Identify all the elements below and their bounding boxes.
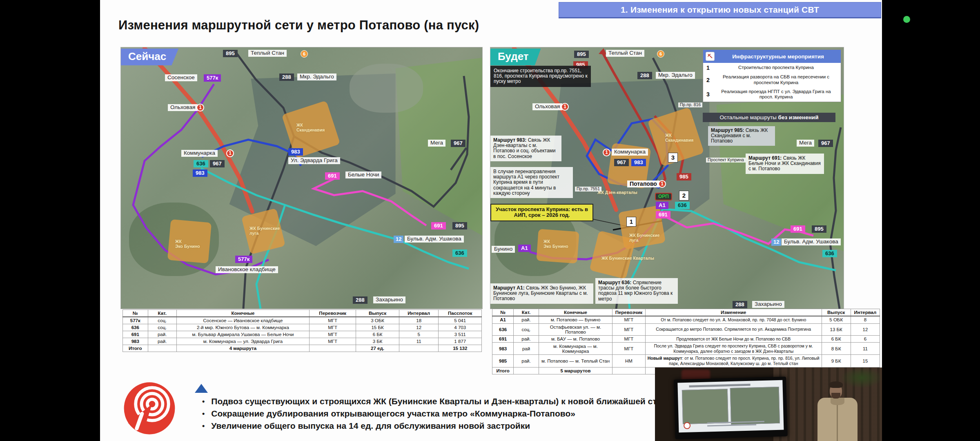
route-badge-895: 895 [574,51,589,58]
column-header: № [492,309,514,316]
tv-slide-content [677,380,784,433]
place-ushakova: Бульв. Адм. Ушакова [405,236,464,243]
table-cell: Итого [492,367,514,374]
zone-label-buninskie-luga: ЖК Бунинские луга [629,233,660,243]
table-cell: 15 [851,355,880,367]
table-cell: м. Бульвар Адмирала Ушакова — Белые Ночи [176,331,309,338]
route-badge-636: 636 [822,250,837,257]
table-cell: МГТ [310,331,356,338]
table-cell: м. Коммунарка — ул. Эдварда Грига [176,338,309,345]
table-cell: 983 [123,338,148,345]
table-cell: 15 БК [356,324,399,331]
table-row: 691рай.м. Бульвар Адмирала Ушакова — Бел… [123,331,482,338]
recording-indicator-dot [903,16,910,23]
table-cell: 6 БК [356,331,399,338]
note-route-636: Маршрут 636: Спрямление трассы для более… [595,278,678,304]
route-badge-a1: А1 [656,202,668,209]
metro-line1-icon: 1 [603,149,610,156]
zone-label-skandinavia: ЖК Скандинавия [296,123,325,132]
table-cell: соц. [514,323,539,335]
place-olkhovaya: Ольховая [532,103,562,110]
map-current: Сейчас 895Теплый Стан6288Мкр. ЭдальгоСос… [120,47,483,309]
place-kommunarka: Коммунарка [181,150,218,157]
table-row: А1рай.м. Потапово — БуниноМГТОт м. Потап… [492,316,880,323]
zone-label-buninskie-kvartaly: ЖК Бунинские Кварталы [601,256,654,261]
route-badge-983: 983 [631,159,646,166]
place-teply-stan: Теплый Стан [248,50,287,57]
table-cell: рай. [514,355,539,367]
table-cell: МГТ [612,343,646,355]
column-header: Перевозчик [612,309,646,316]
mini-slide-title [689,384,751,388]
mini-map-right [730,387,780,425]
route-lines-svg [121,47,482,309]
table-cell: 8 БК [822,343,851,355]
note-route-a1: Маршрут А1: Связь ЖК Эко Бунино, ЖК Буни… [490,283,593,304]
table-cell [310,345,356,352]
column-header: Изменение [645,309,822,316]
zone-label-buninskie-luga: ЖК Бунинские луга [249,226,280,236]
place-edalgo: Мкр. Эдальго [297,74,336,80]
table-row: 985рай.м. Потапово — м. Теплый СтанНМНов… [492,355,880,367]
note-kuprina-aip: Участок проспекта Куприна: есть в АИП, с… [490,204,593,221]
place-zakharino: Захарьино [373,296,405,303]
route-badge-a1: А1 [518,245,531,252]
table-cell: 1 877 [439,338,482,345]
place-potapovo: Потапово [627,180,659,187]
presenter-zipper [837,405,838,441]
table-cell: 577к [123,317,148,324]
route-badge-288: 288 [637,72,652,79]
section-banner: 1. Изменения к открытию новых станций СВ… [559,2,881,18]
table-cell: 5 ОБК [822,316,851,323]
table-cell [514,367,539,374]
table-cell: 2-й мкр. Южного Бутова — м. Коммунарка [176,324,309,331]
place-prospekt-kuprina: Проспект Куприна [706,158,746,163]
orp-badge: ОРП [655,193,672,200]
place-mega: Мега [797,140,814,147]
presenter-video-overlay[interactable] [655,368,882,441]
table-cell: м. Потапово — м. Теплый Стан [539,355,612,367]
table-cell: 636 [123,324,148,331]
route-badge-983: 983 [288,148,303,156]
presenter-hood [831,398,844,405]
zone-label-eko-bunino: ЖК Эко Бунино [175,239,200,249]
table-row: 691рай.м. БАУ — м. ПотаповоМГТПродлевает… [492,335,880,343]
table-cell [612,367,646,374]
legend-item-1: 1Строительство проспекта Куприна [703,63,841,73]
table-cell: рай. [148,331,176,338]
metro-line1-icon: 1 [561,103,569,111]
column-header: Выпуск [822,309,851,316]
table-cell: рай [514,343,539,355]
place-teply-stan: Теплый Стан [606,50,644,57]
legend-item-2: 2Реализация разворота на СБВ на пересече… [703,73,841,87]
place-edalgo: Мкр. Эдальго [656,72,695,79]
table-cell: 691 [123,331,148,338]
table-cell: 691 [492,335,514,343]
route-badge-636: 636 [194,160,208,167]
table-cell: 18 [399,317,439,324]
table-future-routes: №Кат.КонечныеПеревозчикИзменениеВыпускИн… [492,309,880,374]
screenshot-stage: 1. Изменения к открытию новых станций СВ… [0,0,980,441]
table-cell: 983 [492,343,514,355]
place-bunino: Бунино [492,246,515,253]
legend-infrastructure: ⛏ Инфраструктурные мероприятия 1Строител… [703,49,841,102]
table-total-row: Итого4 маршрута27 ед.15 132 [123,345,482,352]
route-badge-636: 636 [675,202,690,209]
route-badge-895: 895 [812,225,826,233]
table-cell: 5 [399,331,439,338]
place-mega: Мега [428,140,445,147]
table-cell: соц. [148,324,176,331]
route-badge-895: 895 [452,222,467,229]
table-cell: 5 041 [439,317,482,324]
tv-screen [674,376,788,439]
note-route-983: Маршрут 983: Связь ЖК Дзен-кварталы с м.… [490,136,561,161]
table-cell: МГТ [310,317,356,324]
legend-header: ⛏ Инфраструктурные мероприятия [703,50,841,63]
table-cell: Сосенское — Ивановское кладбище [176,317,309,324]
route-badge-967: 967 [451,140,466,147]
legend-item-3: 3Реализация проезда НГПТ с ул. Эдварда Г… [703,87,841,102]
mini-map-left [682,389,728,424]
route-badge-12: 12 [771,238,781,246]
route-badge-691: 691 [656,211,670,218]
table-cell: рай. [148,338,176,345]
